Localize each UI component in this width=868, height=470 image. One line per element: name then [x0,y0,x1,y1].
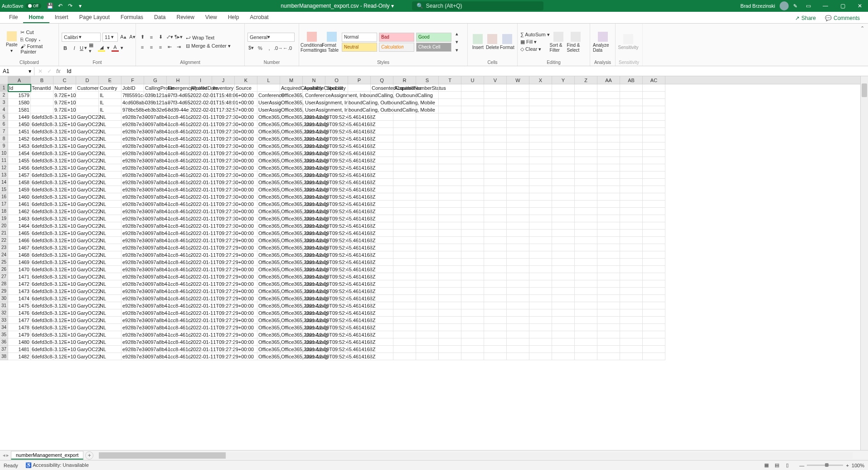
cell[interactable]: Office365, [257,128,280,135]
cell[interactable] [212,302,235,309]
avatar[interactable] [780,1,789,10]
cell[interactable] [416,317,439,324]
cell[interactable] [416,135,439,142]
cell[interactable] [597,295,620,302]
cell[interactable] [484,157,507,164]
conditional-formatting-button[interactable]: Conditional Formatting [302,32,322,53]
cell[interactable]: 2022-01-11T09:27:29+00:00 [189,338,212,346]
row-header[interactable]: 28 [0,280,8,288]
cell[interactable] [461,208,484,215]
tab-data[interactable]: Data [149,12,171,23]
cell[interactable] [507,215,529,222]
tab-help[interactable]: Help [223,12,245,23]
cell[interactable] [371,244,393,251]
cell[interactable] [461,121,484,128]
cell[interactable]: Office365, UserAssig [280,338,303,346]
cell[interactable]: Office365, UserAssig [280,244,303,251]
cell[interactable] [461,201,484,208]
copy-button[interactable]: ⎘ Copy ▾ [20,37,56,42]
cell[interactable]: 2021-12-09T09:52:45.4614168Z [303,317,325,324]
cell[interactable] [416,201,439,208]
cell[interactable] [461,113,484,121]
cell[interactable]: NL [99,346,121,353]
cell[interactable] [620,179,643,186]
cell[interactable]: 1464 [8,222,31,230]
cell[interactable]: Office365, [257,135,280,142]
cell[interactable] [552,99,575,106]
cell[interactable]: 1478 [8,324,31,331]
cell[interactable] [235,259,257,266]
cell[interactable]: Office365, UserAssig [280,237,303,244]
cell[interactable]: 039b121a- [144,99,167,106]
cell[interactable] [461,215,484,222]
cell[interactable] [371,273,393,280]
cell[interactable]: 2021-12-09T09:52:45.4614168Z [303,230,325,237]
cell[interactable]: 2021-12-09T09:52:45.4614168Z [303,179,325,186]
cell[interactable] [325,142,348,150]
cell[interactable] [643,222,665,230]
cell[interactable]: 2022-01-11T09:27:29+00:00 [189,346,212,353]
cell[interactable] [529,179,552,186]
cell[interactable] [461,150,484,157]
cell[interactable] [597,128,620,135]
cell[interactable] [371,106,393,113]
cell[interactable] [597,186,620,193]
cell[interactable] [529,193,552,201]
fill-color-button[interactable]: ◢ [98,44,105,52]
cell[interactable] [552,324,575,331]
cell[interactable] [439,222,461,230]
cell[interactable] [597,237,620,244]
close-button[interactable]: ✕ [853,1,866,10]
cell[interactable] [620,164,643,171]
cell[interactable] [597,346,620,353]
col-header-AA[interactable]: AA [597,76,620,84]
cell[interactable]: 2022-01-11T09:27:30+00:00 [189,157,212,164]
cell[interactable] [348,215,371,222]
cell[interactable]: NL [99,259,121,266]
cell[interactable]: 2022-01-11T09:27:30+00:00 [189,186,212,193]
cell[interactable] [235,222,257,230]
cell[interactable] [484,302,507,309]
cell[interactable]: 3.12E+10 [53,266,76,273]
cell[interactable] [507,331,529,338]
cell[interactable]: Conference [257,92,280,99]
cell[interactable]: 3.12E+10 [53,128,76,135]
cell[interactable]: 2022-01-11T09:27:30+00:00 [189,179,212,186]
cell[interactable]: 6defd3c8- [31,338,53,346]
cell[interactable]: Customer [76,84,99,92]
cell[interactable]: e928b7e3- [121,324,144,331]
cell[interactable] [643,113,665,121]
col-header-A[interactable]: A [8,76,31,84]
cell[interactable]: 2021-12-09T09:52:45.4614168Z [303,150,325,157]
cell[interactable] [620,142,643,150]
cell[interactable]: NL [99,317,121,324]
cell[interactable] [212,317,235,324]
cell[interactable]: 9097a8b4- [144,171,167,179]
cell[interactable] [552,346,575,353]
cell[interactable]: 1461 [8,201,31,208]
cell[interactable] [529,164,552,171]
cell[interactable] [461,230,484,237]
qat-dropdown-icon[interactable]: ▾ [77,2,84,10]
cell[interactable] [643,201,665,208]
cell[interactable]: 978bc58b- [121,106,144,113]
cell[interactable]: e928b7e3- [121,222,144,230]
cell[interactable]: Office365, UserAssignment, InboundCallin… [280,106,303,113]
cell[interactable]: 1cc8-461c- [167,273,189,280]
cell[interactable] [620,295,643,302]
cell[interactable]: 3.12E+10 [53,309,76,317]
cell[interactable] [484,251,507,259]
cell[interactable] [416,99,439,106]
cell[interactable] [371,237,393,244]
cell[interactable]: 6defd3c8- [31,179,53,186]
cell[interactable] [529,288,552,295]
cell[interactable] [325,121,348,128]
cell[interactable] [507,251,529,259]
view-page-layout-icon[interactable]: ▤ [772,462,781,468]
cell[interactable]: Office365, [257,280,280,288]
cell[interactable] [575,99,597,106]
cell[interactable]: 2022-01-11T09:27:30+00:00 [189,208,212,215]
cell[interactable]: 8d39-44e [167,106,189,113]
cell[interactable]: 9097a8b4- [144,266,167,273]
cell[interactable] [348,222,371,230]
